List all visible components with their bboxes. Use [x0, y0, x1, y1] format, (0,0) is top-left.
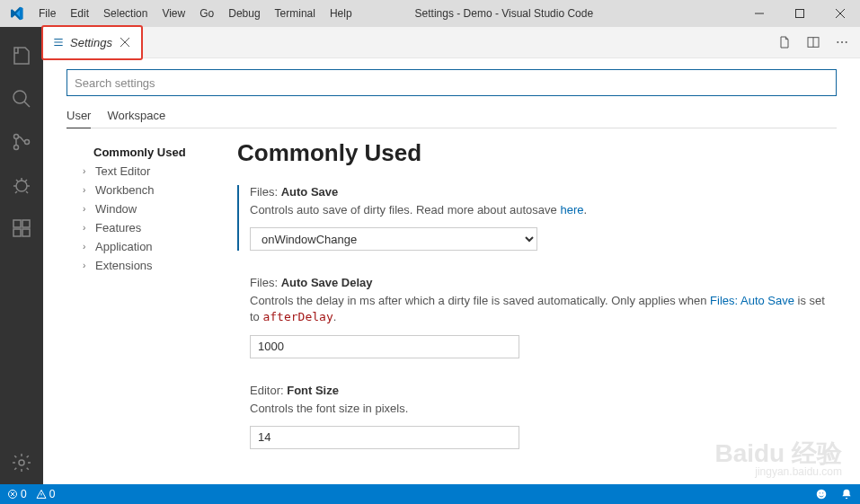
setting-category: Files:	[250, 185, 281, 199]
menu-terminal[interactable]: Terminal	[268, 0, 323, 27]
svg-rect-7	[13, 229, 21, 236]
setting-name: Auto Save Delay	[281, 276, 373, 289]
setting-description: Controls the font size in pixels.	[250, 401, 837, 417]
settings-search-box[interactable]	[66, 69, 837, 96]
setting-category: Files:	[250, 276, 281, 289]
svg-rect-8	[22, 229, 30, 236]
toc-workbench[interactable]: ›Workbench	[66, 181, 210, 199]
split-editor-icon[interactable]	[806, 35, 820, 49]
settings-tab[interactable]: Settings	[43, 27, 141, 58]
window-maximize-button[interactable]	[779, 0, 820, 27]
svg-rect-0	[795, 10, 803, 18]
toc-commonly-used[interactable]: Commonly Used	[66, 143, 210, 162]
svg-point-16	[817, 490, 827, 500]
setting-files-auto-save-delay: Files: Auto Save Delay Controls the dela…	[237, 276, 837, 358]
vscode-logo	[0, 6, 31, 21]
auto-save-link[interactable]: Files: Auto Save	[710, 294, 794, 307]
toc-application[interactable]: ›Application	[66, 237, 210, 256]
chevron-right-icon: ›	[83, 166, 92, 176]
menu-edit[interactable]: Edit	[63, 0, 96, 27]
status-warnings[interactable]: 0	[36, 488, 56, 500]
svg-point-12	[837, 41, 838, 43]
toc-features[interactable]: ›Features	[66, 218, 210, 237]
scope-workspace-tab[interactable]: Workspace	[107, 109, 165, 128]
setting-description: Controls auto save of dirty files. Read …	[250, 202, 837, 218]
toc-extensions[interactable]: ›Extensions	[66, 256, 210, 275]
svg-point-13	[841, 41, 843, 43]
chevron-right-icon: ›	[83, 242, 92, 252]
menu-selection[interactable]: Selection	[96, 0, 155, 27]
more-actions-icon[interactable]	[835, 35, 849, 49]
auto-save-delay-input[interactable]	[250, 335, 519, 358]
settings-search-input[interactable]	[75, 76, 829, 90]
search-icon[interactable]	[0, 77, 43, 120]
svg-point-4	[25, 140, 30, 145]
toc-window[interactable]: ›Window	[66, 199, 210, 218]
setting-name: Auto Save	[281, 185, 339, 199]
chevron-right-icon: ›	[83, 261, 92, 270]
close-tab-icon[interactable]	[118, 35, 132, 49]
title-bar: File Edit Selection View Go Debug Termin…	[0, 0, 860, 27]
svg-point-5	[16, 181, 27, 191]
settings-tab-label: Settings	[70, 36, 112, 49]
svg-point-14	[846, 41, 847, 43]
after-delay-code: afterDelay	[262, 310, 332, 323]
status-feedback-icon[interactable]	[815, 488, 828, 500]
svg-rect-6	[13, 220, 21, 227]
autosave-doc-link[interactable]: here	[560, 203, 583, 217]
status-errors[interactable]: 0	[7, 488, 27, 500]
chevron-right-icon: ›	[83, 223, 92, 233]
setting-category: Editor:	[250, 384, 287, 397]
svg-point-10	[19, 460, 24, 465]
svg-point-18	[822, 492, 823, 493]
menu-go[interactable]: Go	[192, 0, 221, 27]
source-control-icon[interactable]	[0, 120, 43, 164]
svg-point-17	[820, 492, 820, 493]
auto-save-select[interactable]: onWindowChange	[250, 227, 537, 251]
open-settings-json-icon[interactable]	[777, 35, 792, 49]
setting-files-auto-save: Files: Auto Save Controls auto save of d…	[237, 185, 837, 251]
debug-icon[interactable]	[0, 164, 43, 207]
menu-view[interactable]: View	[155, 0, 192, 27]
svg-rect-9	[22, 220, 30, 227]
setting-editor-font-size: Editor: Font Size Controls the font size…	[237, 384, 837, 449]
window-minimize-button[interactable]	[739, 0, 779, 27]
setting-description: Controls the delay in ms after which a d…	[250, 293, 837, 325]
svg-point-2	[14, 135, 19, 139]
status-notifications-icon[interactable]	[840, 488, 853, 500]
status-bar: 0 0	[0, 484, 860, 504]
window-close-button[interactable]	[820, 0, 860, 27]
setting-name: Font Size	[287, 384, 339, 397]
settings-tab-icon	[52, 36, 65, 49]
toc-text-editor[interactable]: ›Text Editor	[66, 162, 210, 181]
svg-point-1	[13, 91, 26, 103]
chevron-right-icon: ›	[83, 204, 92, 214]
menu-help[interactable]: Help	[323, 0, 359, 27]
extensions-icon[interactable]	[0, 207, 43, 250]
editor-tabs: Settings	[43, 27, 860, 58]
menu-file[interactable]: File	[31, 0, 63, 27]
scope-user-tab[interactable]: User	[66, 109, 91, 128]
warning-icon	[36, 489, 47, 500]
settings-scope-tabs: User Workspace	[66, 109, 837, 128]
error-icon	[7, 489, 18, 500]
window-title: Settings - Demo - Visual Studio Code	[359, 7, 739, 20]
activity-bar	[0, 27, 43, 484]
menu-debug[interactable]: Debug	[221, 0, 267, 27]
font-size-input[interactable]	[250, 426, 519, 449]
explorer-icon[interactable]	[0, 34, 43, 77]
settings-gear-icon[interactable]	[0, 441, 43, 484]
settings-section-heading: Commonly Used	[237, 139, 837, 167]
chevron-right-icon: ›	[83, 185, 92, 195]
settings-toc: Commonly Used ›Text Editor ›Workbench ›W…	[66, 139, 210, 484]
settings-detail-pane: Commonly Used Files: Auto Save Controls …	[210, 139, 837, 484]
svg-point-3	[14, 146, 19, 150]
